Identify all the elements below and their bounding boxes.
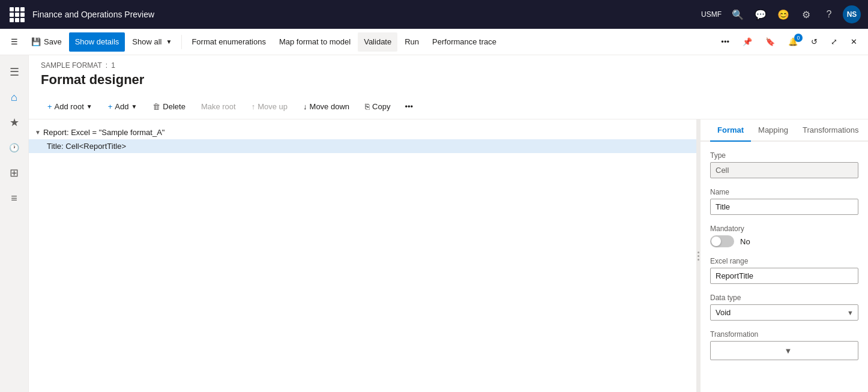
save-icon: 💾 bbox=[31, 37, 41, 46]
pin-button[interactable]: 📌 bbox=[737, 32, 758, 52]
data-type-select[interactable]: Void String Integer Real bbox=[710, 304, 858, 321]
mandatory-toggle-row: No bbox=[710, 235, 858, 247]
add-plus-icon: + bbox=[108, 102, 113, 111]
title-bar: Finance and Operations Preview USMF 🔍 💬 … bbox=[0, 0, 868, 29]
mandatory-label: Mandatory bbox=[710, 225, 858, 233]
smiley-icon[interactable]: 😊 bbox=[774, 5, 792, 23]
close-button[interactable]: ✕ bbox=[845, 32, 863, 52]
sidebar-item-recent[interactable]: 🕐 bbox=[2, 136, 26, 160]
data-type-label: Data type bbox=[710, 294, 858, 302]
notification-badge: 0 bbox=[794, 34, 803, 42]
tree-area: ▼ Report: Excel = "Sample format_A" Titl… bbox=[29, 119, 696, 392]
hamburger-icon: ☰ bbox=[11, 37, 18, 46]
type-field-group: Type bbox=[710, 151, 858, 178]
performance-trace-button[interactable]: Performance trace bbox=[426, 32, 502, 52]
excel-range-field-group: Excel range bbox=[710, 257, 858, 284]
notification-icon[interactable]: 💬 bbox=[752, 5, 770, 23]
add-root-chevron: ▼ bbox=[86, 103, 92, 110]
page-title: Format designer bbox=[29, 72, 868, 94]
copy-button[interactable]: ⎘ Copy bbox=[358, 97, 397, 115]
tab-transformations[interactable]: Transformations bbox=[795, 119, 866, 142]
open-external-button[interactable]: ⤢ bbox=[825, 32, 843, 52]
avatar[interactable]: NS bbox=[843, 5, 861, 23]
tab-mapping[interactable]: Mapping bbox=[751, 119, 795, 142]
map-format-button[interactable]: Map format to model bbox=[273, 32, 357, 52]
add-chevron: ▼ bbox=[131, 103, 137, 110]
validate-button[interactable]: Validate bbox=[358, 32, 397, 52]
separator-1 bbox=[181, 35, 182, 49]
data-type-select-wrapper: Void String Integer Real ▼ bbox=[710, 304, 858, 321]
move-down-button[interactable]: ↓ Move down bbox=[297, 97, 356, 115]
breadcrumb-separator: : bbox=[106, 61, 107, 70]
sidebar-item-menu[interactable]: ☰ bbox=[2, 60, 26, 84]
refresh-button[interactable]: ↺ bbox=[805, 32, 824, 52]
more-icon: ••• bbox=[405, 102, 413, 111]
mandatory-toggle-label: No bbox=[740, 237, 750, 246]
type-label: Type bbox=[710, 151, 858, 160]
plus-icon: + bbox=[47, 102, 52, 111]
excel-range-input[interactable] bbox=[710, 268, 858, 284]
move-down-icon: ↓ bbox=[303, 102, 307, 111]
transformation-chevron: ▼ bbox=[785, 346, 854, 355]
transformation-label: Transformation bbox=[710, 330, 858, 339]
settings-icon[interactable]: ⚙ bbox=[797, 5, 815, 23]
more-actions-button[interactable]: ••• bbox=[399, 97, 418, 115]
tree-item-report-label: Report: Excel = "Sample format_A" bbox=[43, 128, 165, 137]
bell-button[interactable]: 🔔 0 bbox=[782, 32, 804, 52]
excel-range-label: Excel range bbox=[710, 257, 858, 265]
bookmark-button[interactable]: 🔖 bbox=[759, 32, 781, 52]
toolbar: ☰ 💾 Save Show details Show all ▼ Format … bbox=[0, 29, 868, 55]
tree-item-report[interactable]: ▼ Report: Excel = "Sample format_A" bbox=[29, 125, 696, 139]
divider-dots bbox=[698, 252, 699, 261]
split-area: ▼ Report: Excel = "Sample format_A" Titl… bbox=[29, 119, 868, 392]
tab-format[interactable]: Format bbox=[710, 119, 751, 142]
more-options-button[interactable]: ••• bbox=[715, 32, 735, 52]
main-layout: ☰ ⌂ ★ 🕐 ⊞ ≡ SAMPLE FORMAT : 1 Format des… bbox=[0, 55, 868, 392]
tab-validations[interactable]: Validations bbox=[866, 119, 868, 142]
add-root-button[interactable]: + Add root ▼ bbox=[41, 97, 99, 115]
mandatory-field-group: Mandatory No bbox=[710, 225, 858, 247]
sidebar-item-list[interactable]: ≡ bbox=[2, 186, 26, 210]
show-details-button[interactable]: Show details bbox=[69, 32, 125, 52]
mandatory-toggle[interactable] bbox=[710, 235, 734, 247]
action-bar: + Add root ▼ + Add ▼ 🗑 Delete Make root … bbox=[29, 94, 868, 119]
sidebar-item-workspaces[interactable]: ⊞ bbox=[2, 161, 26, 185]
format-enumerations-button[interactable]: Format enumerations bbox=[185, 32, 272, 52]
move-up-button[interactable]: ↑ Move up bbox=[245, 97, 294, 115]
breadcrumb-label: SAMPLE FORMAT bbox=[41, 61, 102, 70]
toggle-thumb bbox=[711, 237, 721, 246]
delete-icon: 🗑 bbox=[152, 102, 160, 111]
delete-button[interactable]: 🗑 Delete bbox=[146, 97, 192, 115]
make-root-button[interactable]: Make root bbox=[194, 97, 243, 115]
sidebar-item-favorites[interactable]: ★ bbox=[2, 110, 26, 134]
save-button[interactable]: 💾 Save bbox=[25, 32, 68, 52]
search-icon[interactable]: 🔍 bbox=[729, 5, 747, 23]
transformation-select[interactable]: ▼ bbox=[710, 341, 858, 360]
hamburger-button[interactable]: ☰ bbox=[5, 32, 24, 52]
move-up-icon: ↑ bbox=[252, 102, 256, 111]
title-bar-right: USMF 🔍 💬 😊 ⚙ ? NS bbox=[701, 5, 861, 23]
panel-tabs: Format Mapping Transformations Validatio… bbox=[701, 119, 868, 142]
show-all-button[interactable]: Show all ▼ bbox=[126, 32, 178, 52]
name-label: Name bbox=[710, 188, 858, 196]
app-title: Finance and Operations Preview bbox=[32, 10, 701, 19]
right-panel: Format Mapping Transformations Validatio… bbox=[700, 119, 868, 392]
type-input[interactable] bbox=[710, 162, 858, 178]
show-all-chevron: ▼ bbox=[166, 38, 172, 45]
sidebar-item-home[interactable]: ⌂ bbox=[2, 85, 26, 109]
name-input[interactable] bbox=[710, 199, 858, 215]
run-button[interactable]: Run bbox=[399, 32, 425, 52]
help-icon[interactable]: ? bbox=[820, 5, 838, 23]
transformation-field-group: Transformation ▼ bbox=[710, 330, 858, 360]
tree-item-title[interactable]: Title: Cell<ReportTitle> bbox=[29, 139, 696, 153]
breadcrumb-number: 1 bbox=[111, 61, 115, 70]
collapse-icon: ▼ bbox=[35, 129, 41, 136]
tree-item-title-label: Title: Cell<ReportTitle> bbox=[47, 142, 126, 151]
add-button[interactable]: + Add ▼ bbox=[101, 97, 144, 115]
app-grid-button[interactable] bbox=[7, 5, 26, 24]
name-field-group: Name bbox=[710, 188, 858, 215]
content-area: SAMPLE FORMAT : 1 Format designer + Add … bbox=[29, 55, 868, 392]
company-label: USMF bbox=[701, 10, 722, 19]
app-grid-icon bbox=[10, 7, 25, 22]
panel-content: Type Name Mandatory bbox=[701, 142, 868, 392]
